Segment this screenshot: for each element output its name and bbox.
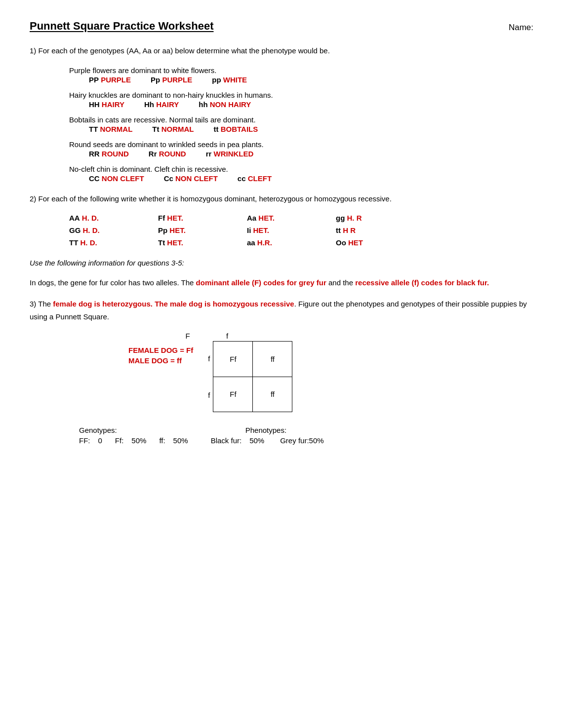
q2-cell: TT H. D. bbox=[69, 238, 158, 247]
q2-grid: AA H. D.Ff HET.Aa HET.gg H. RGG H. D.Pp … bbox=[69, 214, 533, 247]
page-title: Punnett Square Practice Worksheet bbox=[30, 20, 214, 33]
genotype-item: RR ROUND bbox=[89, 150, 129, 158]
trait-description: Round seeds are dominant to wrinkled see… bbox=[69, 140, 533, 149]
trait-description: Purple flowers are dominant to white flo… bbox=[69, 66, 533, 75]
punnett-row-header-f1: f bbox=[208, 341, 213, 376]
ff2-label: ff: bbox=[159, 436, 165, 445]
summary-values-row: FF: 0 Ff: 50% ff: 50% Black fur: 50% Gre… bbox=[79, 436, 533, 445]
genotype-item: pp WHITE bbox=[212, 76, 247, 84]
trait-description: Bobtails in cats are recessive. Normal t… bbox=[69, 115, 533, 124]
q2-cell: GG H. D. bbox=[69, 226, 158, 234]
q1-intro: 1) For each of the genotypes (AA, Aa or … bbox=[30, 44, 533, 57]
genotypes-label: Genotypes: bbox=[79, 426, 117, 434]
q2-cell: aa H.R. bbox=[247, 238, 336, 247]
punnett-cell: Ff bbox=[213, 342, 253, 377]
q3-question: 3) The female dog is heterozygous. The m… bbox=[30, 298, 533, 323]
trait-genotypes-row: RR ROUNDRr ROUNDrr WRINKLED bbox=[89, 150, 533, 158]
page-header: Punnett Square Practice Worksheet Name: bbox=[30, 20, 533, 33]
q1-traits: Purple flowers are dominant to white flo… bbox=[30, 66, 533, 183]
punnett-grid-area: f f FfffFfff bbox=[208, 341, 292, 412]
phenotypes-label: Phenotypes: bbox=[245, 426, 286, 434]
q3-info-red1: dominant allele (F) codes for grey fur bbox=[196, 278, 326, 287]
trait-item: Hairy knuckles are dominant to non-hairy… bbox=[30, 91, 533, 109]
q2-cell: gg H. R bbox=[336, 214, 425, 222]
trait-genotypes-row: HH HAIRYHh HAIRYhh NON HAIRY bbox=[89, 100, 533, 109]
ff-val: 0 bbox=[98, 436, 102, 445]
genotype-item: TT NORMAL bbox=[89, 125, 132, 133]
genotype-item: PP PURPLE bbox=[89, 76, 131, 84]
genotype-item: Tt NORMAL bbox=[152, 125, 194, 133]
punnett-row-header-f2: f bbox=[208, 378, 213, 412]
q2-cell: Tt HET. bbox=[158, 238, 247, 247]
summary-header-row: Genotypes: Phenotypes: bbox=[79, 426, 533, 434]
punnett-main: FEMALE DOG = Ff MALE DOG = ff f f FfffFf… bbox=[128, 341, 533, 412]
q3-info-mid: and the bbox=[326, 278, 355, 287]
q3-section: Use the following information for questi… bbox=[30, 257, 533, 445]
genotype-item: hh NON HAIRY bbox=[199, 100, 251, 109]
genotype-item: cc CLEFT bbox=[238, 174, 272, 183]
trait-genotypes-row: CC NON CLEFTCc NON CLEFTcc CLEFT bbox=[89, 174, 533, 183]
q3-info-red2: recessive allele (f) codes for black fur… bbox=[355, 278, 489, 287]
question-1: 1) For each of the genotypes (AA, Aa or … bbox=[30, 44, 533, 183]
genotype-item: Rr ROUND bbox=[149, 150, 186, 158]
punnett-top-headers: F f bbox=[168, 332, 533, 340]
black-val: 50% bbox=[249, 436, 264, 445]
q2-row: AA H. D.Ff HET.Aa HET.gg H. R bbox=[69, 214, 533, 222]
q3-q-red: female dog is heterozygous. The male dog… bbox=[53, 300, 294, 308]
q2-cell: Oo HET bbox=[336, 238, 425, 247]
punnett-side-labels: f f bbox=[208, 341, 213, 412]
punnett-cell: ff bbox=[253, 342, 292, 377]
genotype-item: Hh HAIRY bbox=[144, 100, 179, 109]
punnett-cell: Ff bbox=[213, 377, 253, 412]
grey-label: Grey fur:50% bbox=[280, 436, 323, 445]
genotype-item: tt BOBTAILS bbox=[214, 125, 258, 133]
q2-cell: Ii HET. bbox=[247, 226, 336, 234]
trait-item: No-cleft chin is dominant. Cleft chin is… bbox=[30, 165, 533, 183]
dog-labels: FEMALE DOG = Ff MALE DOG = ff bbox=[128, 341, 193, 412]
genotype-item: rr WRINKLED bbox=[206, 150, 254, 158]
punnett-col-header-F: F bbox=[168, 332, 207, 340]
question-2: 2) For each of the following write wheth… bbox=[30, 192, 533, 247]
ff2-val: 50% bbox=[173, 436, 188, 445]
punnett-table: FfffFfff bbox=[213, 341, 292, 412]
Ff-val: 50% bbox=[131, 436, 146, 445]
genotype-summary: Genotypes: Phenotypes: FF: 0 Ff: 50% ff:… bbox=[79, 426, 533, 445]
trait-description: Hairy knuckles are dominant to non-hairy… bbox=[69, 91, 533, 99]
genotype-item: Cc NON CLEFT bbox=[164, 174, 218, 183]
male-dog-label: MALE DOG = ff bbox=[128, 356, 193, 365]
ff-label: FF: bbox=[79, 436, 90, 445]
q3-intro: Use the following information for questi… bbox=[30, 257, 533, 269]
q2-cell: AA H. D. bbox=[69, 214, 158, 222]
female-dog-label: FEMALE DOG = Ff bbox=[128, 346, 193, 354]
q2-row: TT H. D.Tt HET.aa H.R.Oo HET bbox=[69, 238, 533, 247]
trait-genotypes-row: TT NORMALTt NORMALtt BOBTAILS bbox=[89, 125, 533, 133]
q2-row: GG H. D.Pp HET.Ii HET.tt H R bbox=[69, 226, 533, 234]
black-label: Black fur: bbox=[211, 436, 242, 445]
trait-item: Bobtails in cats are recessive. Normal t… bbox=[30, 115, 533, 133]
genotype-item: HH HAIRY bbox=[89, 100, 124, 109]
trait-item: Purple flowers are dominant to white flo… bbox=[30, 66, 533, 84]
trait-item: Round seeds are dominant to wrinkled see… bbox=[30, 140, 533, 158]
q3-q-text: 3) The bbox=[30, 300, 53, 308]
trait-genotypes-row: PP PURPLEPp PURPLEpp WHITE bbox=[89, 76, 533, 84]
Ff-label: Ff: bbox=[115, 436, 124, 445]
q3-info-text1: In dogs, the gene for fur color has two … bbox=[30, 278, 196, 287]
genotype-item: Pp PURPLE bbox=[151, 76, 192, 84]
genotype-item: CC NON CLEFT bbox=[89, 174, 144, 183]
trait-description: No-cleft chin is dominant. Cleft chin is… bbox=[69, 165, 533, 173]
name-label: Name: bbox=[509, 23, 533, 33]
q2-cell: Aa HET. bbox=[247, 214, 336, 222]
punnett-col-header-f: f bbox=[207, 332, 247, 340]
q2-intro: 2) For each of the following write wheth… bbox=[30, 192, 533, 205]
q2-cell: Pp HET. bbox=[158, 226, 247, 234]
punnett-section: F f FEMALE DOG = Ff MALE DOG = ff f f Ff… bbox=[128, 332, 533, 412]
q3-info: In dogs, the gene for fur color has two … bbox=[30, 276, 533, 289]
q2-cell: tt H R bbox=[336, 226, 425, 234]
punnett-cell: ff bbox=[253, 377, 292, 412]
q2-cell: Ff HET. bbox=[158, 214, 247, 222]
